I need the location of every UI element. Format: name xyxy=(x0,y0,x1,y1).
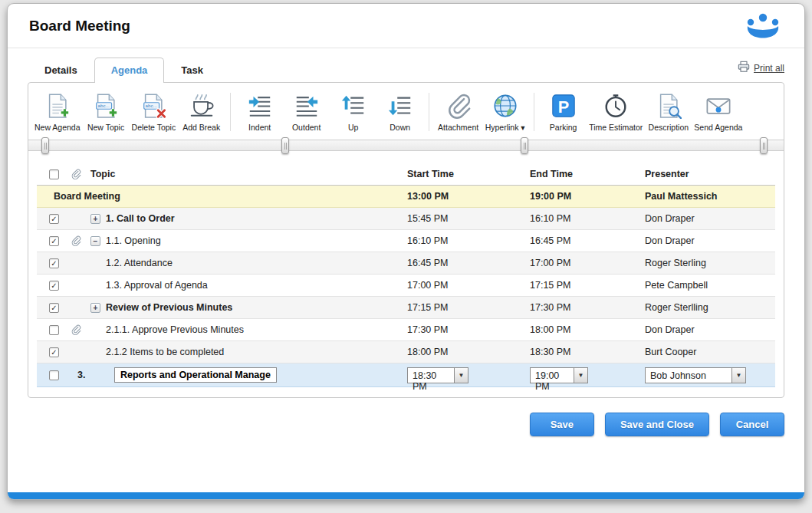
end-time-value: 17:15 PM xyxy=(530,280,645,291)
move-down-button[interactable]: Down xyxy=(376,90,423,133)
row-checkbox[interactable]: ✓ xyxy=(49,258,59,268)
table-row[interactable]: ✓ + 1. Call to Order 15:45 PM 16:10 PM D… xyxy=(37,208,775,230)
start-time-value: 13:00 PM xyxy=(407,191,530,202)
collapse-icon[interactable]: − xyxy=(90,236,100,246)
presenter-value: Burt Cooper xyxy=(645,347,775,357)
time-estimator-button[interactable]: Time Estimator xyxy=(587,90,645,133)
tab-agenda[interactable]: Agenda xyxy=(94,58,165,83)
end-time-value: 16:45 PM xyxy=(530,235,645,246)
coffee-cup-icon xyxy=(189,92,215,119)
print-all-label: Print all xyxy=(754,63,784,74)
toolbar-label: Attachment xyxy=(438,123,478,132)
svg-text:abc...: abc... xyxy=(98,103,110,108)
indent-button[interactable]: Indent xyxy=(236,90,283,133)
table-row[interactable]: ✓ + Review of Previous Minutes 17:15 PM … xyxy=(37,297,775,319)
cancel-button[interactable]: Cancel xyxy=(720,413,784,436)
tab-details[interactable]: Details xyxy=(28,58,94,83)
chevron-down-icon[interactable]: ▼ xyxy=(574,368,587,383)
agenda-panel: New Agenda abc... New Topic xyxy=(28,82,784,398)
description-button[interactable]: Description xyxy=(645,90,692,133)
toolbar-label: Outdent xyxy=(292,123,321,132)
move-up-icon xyxy=(340,92,367,119)
end-time-select[interactable]: 19:00 PM ▼ xyxy=(530,367,588,383)
save-and-close-button[interactable]: Save and Close xyxy=(605,413,709,436)
presenter-value: Don Draper xyxy=(645,324,775,335)
tab-bar: Details Agenda Task Print all xyxy=(28,58,784,82)
outdent-button[interactable]: Outdent xyxy=(283,90,330,133)
topic-number-label: 3. xyxy=(71,370,114,380)
tab-task[interactable]: Task xyxy=(164,58,220,83)
topic-label: 1.3. Approval of Agenda xyxy=(106,280,208,291)
start-time-value: 17:15 PM xyxy=(407,302,530,313)
attachment-button[interactable]: Attachment xyxy=(435,90,482,133)
page-title: Board Meeting xyxy=(29,18,130,35)
topic-input[interactable] xyxy=(114,367,277,383)
toolbar-label: Time Estimator xyxy=(589,123,643,132)
row-checkbox[interactable] xyxy=(49,325,59,335)
table-row[interactable]: ✓ 2.1.2 Items to be completed 18:00 PM 1… xyxy=(37,341,775,363)
save-button[interactable]: Save xyxy=(530,413,594,436)
row-checkbox[interactable]: ✓ xyxy=(49,347,59,357)
column-resize-handle[interactable] xyxy=(760,137,768,154)
topic-label: 2.1.2 Items to be completed xyxy=(106,347,224,357)
new-topic-button[interactable]: abc... New Topic xyxy=(83,90,130,133)
column-ruler xyxy=(28,140,784,151)
column-header-start-time: Start Time xyxy=(407,169,530,179)
presenter-value: Roger Sterling xyxy=(645,258,775,268)
toolbar-separator xyxy=(429,93,429,131)
move-up-button[interactable]: Up xyxy=(330,90,376,133)
presenter-value: Roger Sterlling xyxy=(645,302,775,313)
row-checkbox[interactable] xyxy=(49,370,59,380)
select-all-checkbox[interactable] xyxy=(49,169,59,179)
send-agenda-button[interactable]: Send Agenda xyxy=(692,90,745,133)
column-resize-handle[interactable] xyxy=(521,137,528,154)
table-row-editing[interactable]: 3. 18:30 PM ▼ 19:00 PM ▼ xyxy=(37,363,775,387)
table-row[interactable]: ✓ 1.2. Attendance 16:45 PM 17:00 PM Roge… xyxy=(37,252,775,275)
new-agenda-icon xyxy=(44,92,71,119)
row-checkbox[interactable]: ✓ xyxy=(49,281,59,291)
toolbar-separator xyxy=(230,93,231,131)
end-time-value: 16:10 PM xyxy=(530,213,645,224)
globe-icon xyxy=(492,92,518,119)
window-header: Board Meeting xyxy=(8,4,804,48)
column-resize-handle[interactable] xyxy=(281,137,289,154)
expand-icon[interactable]: + xyxy=(90,303,100,313)
print-all-link[interactable]: Print all xyxy=(738,61,784,82)
column-resize-handle[interactable] xyxy=(41,137,49,154)
row-checkbox[interactable]: ✓ xyxy=(49,303,59,313)
table-row[interactable]: ✓ − 1.1. Opening 16:10 PM 16:45 PM Don D… xyxy=(37,230,775,252)
toolbar-label: Up xyxy=(348,123,358,132)
start-time-value: 16:10 PM xyxy=(407,235,530,246)
start-time-value: 16:45 PM xyxy=(407,258,530,268)
end-time-value: 18:30 PM xyxy=(530,347,645,357)
start-time-select[interactable]: 18:30 PM ▼ xyxy=(407,367,468,383)
chevron-down-icon: ▾ xyxy=(521,123,524,132)
row-checkbox[interactable]: ✓ xyxy=(49,214,59,224)
table-row[interactable]: ✓ 1.3. Approval of Agenda 17:00 PM 17:15… xyxy=(37,275,775,297)
presenter-value: Don Draper xyxy=(645,235,775,246)
toolbar-label: Down xyxy=(390,123,410,132)
add-break-button[interactable]: Add Break xyxy=(178,90,225,133)
footer-actions: Save Save and Close Cancel xyxy=(28,413,784,436)
chevron-down-icon[interactable]: ▼ xyxy=(731,368,745,383)
envelope-icon xyxy=(705,92,731,119)
indent-icon xyxy=(247,92,273,119)
expand-icon[interactable]: + xyxy=(90,214,100,224)
toolbar-label: Indent xyxy=(248,123,271,132)
delete-topic-button[interactable]: abc... Delete Topic xyxy=(130,90,179,133)
presenter-select[interactable]: Bob Johnson ▼ xyxy=(645,367,746,383)
row-checkbox[interactable]: ✓ xyxy=(49,236,59,246)
hyperlink-button[interactable]: Hyperlink ▾ xyxy=(482,90,528,133)
table-row[interactable]: 2.1.1. Approve Previous Minutes 17:30 PM… xyxy=(37,319,775,341)
toolbar-label: Add Break xyxy=(182,123,220,132)
end-time-value: 17:00 PM xyxy=(530,258,645,268)
presenter-value: Paul Mattessich xyxy=(645,191,775,202)
table-row-root[interactable]: Board Meeting 13:00 PM 19:00 PM Paul Mat… xyxy=(37,186,775,208)
topic-label: 1.1. Opening xyxy=(106,235,161,246)
topic-label: 1. Call to Order xyxy=(106,213,175,224)
parking-button[interactable]: P Parking xyxy=(540,90,587,133)
chevron-down-icon[interactable]: ▼ xyxy=(454,368,468,383)
new-agenda-button[interactable]: New Agenda xyxy=(32,90,83,133)
start-time-value: 17:30 PM xyxy=(407,324,530,335)
toolbar-label: New Agenda xyxy=(35,123,81,132)
